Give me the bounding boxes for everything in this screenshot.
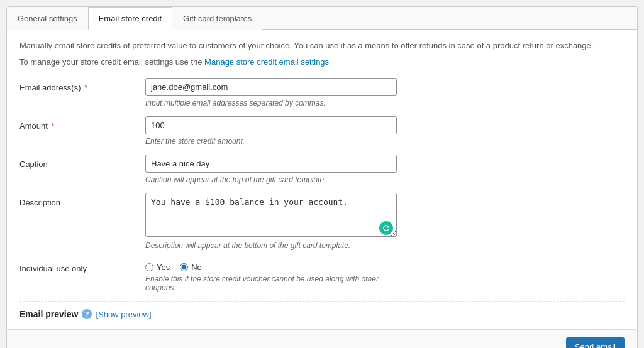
caption-label: Caption — [19, 155, 145, 169]
caption-row: Caption Caption will appear at the top o… — [19, 155, 625, 184]
help-icon[interactable]: ? — [82, 309, 92, 319]
description-line2: To manage your store credit email settin… — [19, 56, 625, 68]
show-preview-link[interactable]: [Show preview] — [96, 310, 151, 319]
radio-no-label: No — [191, 263, 202, 272]
amount-hint: Enter the store credit amount. — [145, 137, 397, 146]
email-preview-header: Email preview ? [Show preview] — [19, 309, 625, 319]
radio-yes-option[interactable]: Yes — [145, 263, 170, 272]
caption-input[interactable] — [145, 155, 397, 173]
radio-no-option[interactable]: No — [180, 263, 202, 272]
email-row: Email address(s) * Input multiple email … — [19, 78, 625, 107]
amount-row: Amount * Enter the store credit amount. — [19, 116, 625, 146]
email-field-wrap: Input multiple email addresses separated… — [145, 78, 397, 107]
description-field-wrap: You have a $100 balance in your account.… — [145, 193, 397, 250]
caption-hint: Caption will appear at the top of the gi… — [145, 175, 397, 184]
amount-required-star: * — [49, 121, 55, 131]
description-textarea[interactable]: You have a $100 balance in your account. — [145, 193, 397, 237]
radio-yes-label: Yes — [157, 263, 170, 272]
email-hint: Input multiple email addresses separated… — [145, 99, 397, 107]
individual-use-label: Individual use only — [19, 259, 145, 273]
email-label: Email address(s) * — [19, 78, 145, 92]
description-row: Description You have a $100 balance in y… — [19, 193, 625, 250]
tab-email-store-credit[interactable]: Email store credit — [88, 7, 172, 30]
description-hint: Description will appear at the bottom of… — [145, 241, 397, 250]
form-section: Email address(s) * Input multiple email … — [19, 78, 625, 292]
tab-gift-card-templates[interactable]: Gift card templates — [172, 7, 262, 30]
manage-store-credit-link[interactable]: Manage store credit email settings — [204, 57, 329, 67]
amount-field-wrap: Enter the store credit amount. — [145, 116, 397, 146]
email-input[interactable] — [145, 78, 397, 96]
radio-no-input[interactable] — [180, 263, 188, 271]
individual-use-field-wrap: Yes No Enable this if the store credit v… — [145, 259, 397, 292]
tab-general-settings[interactable]: General settings — [7, 7, 88, 30]
radio-yes-input[interactable] — [145, 263, 153, 271]
caption-field-wrap: Caption will appear at the top of the gi… — [145, 155, 397, 184]
content-area: Manually email store credits of preferre… — [7, 30, 637, 329]
individual-use-row: Individual use only Yes No Enable this i… — [19, 259, 625, 292]
footer: Send email — [7, 329, 637, 348]
page-wrapper: General settings Email store credit Gift… — [6, 6, 638, 348]
email-preview-section: Email preview ? [Show preview] — [19, 301, 625, 319]
description-label: Description — [19, 193, 145, 207]
send-email-button[interactable]: Send email — [566, 337, 625, 348]
textarea-wrapper: You have a $100 balance in your account. — [145, 193, 397, 239]
description-line1: Manually email store credits of preferre… — [19, 40, 625, 52]
email-required-star: * — [82, 83, 88, 92]
amount-label: Amount * — [19, 116, 145, 131]
manage-link-prefix: To manage your store credit email settin… — [19, 57, 202, 67]
individual-use-hint: Enable this if the store credit voucher … — [145, 275, 397, 292]
refresh-icon[interactable] — [379, 221, 393, 235]
amount-input[interactable] — [145, 116, 397, 134]
tabs-bar: General settings Email store credit Gift… — [7, 7, 637, 30]
radio-group: Yes No — [145, 259, 397, 272]
email-preview-title: Email preview — [19, 309, 78, 319]
